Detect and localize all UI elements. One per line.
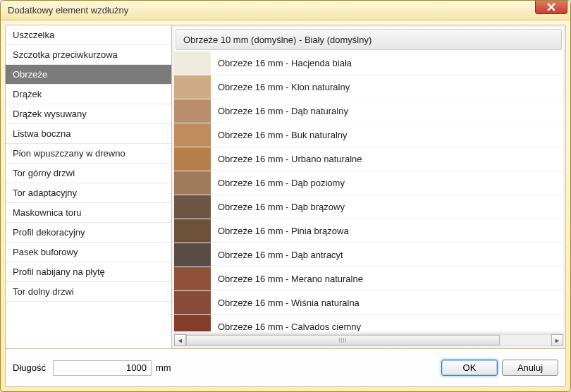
option-item[interactable]: Obrzeże 16 mm - Hacjenda biała <box>174 51 563 75</box>
horizontal-scrollbar[interactable]: ◄ ► <box>174 333 563 346</box>
close-icon <box>547 3 555 11</box>
option-item[interactable]: Obrzeże 16 mm - Wiśnia naturalna <box>174 291 563 315</box>
color-swatch <box>174 147 211 171</box>
category-list[interactable]: UszczelkaSzczotka przeciwkurzowaObrzeżeD… <box>6 25 172 348</box>
category-item[interactable]: Profil dekoracyjny <box>6 223 171 243</box>
category-item[interactable]: Tor górny drzwi <box>6 164 171 183</box>
color-swatch <box>174 123 211 147</box>
dialog-window: Dodatkowy element wzdłużny UszczelkaSzcz… <box>0 0 571 392</box>
color-swatch <box>174 243 211 267</box>
category-item[interactable]: Tor adaptacyjny <box>6 183 171 203</box>
option-item[interactable]: Obrzeże 16 mm - Dąb poziomy <box>174 171 563 195</box>
option-item[interactable]: Obrzeże 16 mm - Urbano naturalne <box>174 147 563 171</box>
option-label: Obrzeże 16 mm - Urbano naturalne <box>218 154 362 164</box>
color-swatch <box>174 171 211 195</box>
option-list[interactable]: Obrzeże 10 mm (domyślne) - Biały (domyśl… <box>174 27 563 331</box>
color-swatch <box>174 291 211 314</box>
scroll-track[interactable] <box>186 334 551 346</box>
option-label: Obrzeże 16 mm - Dąb poziomy <box>218 178 345 188</box>
scroll-right-arrow[interactable]: ► <box>551 334 563 346</box>
option-item[interactable]: Obrzeże 16 mm - Calvados ciemny <box>174 315 563 331</box>
color-swatch <box>174 315 211 331</box>
option-label: Obrzeże 16 mm - Wiśnia naturalna <box>218 298 360 308</box>
option-item[interactable]: Obrzeże 10 mm (domyślne) - Biały (domyśl… <box>176 29 562 50</box>
option-label: Obrzeże 16 mm - Hacjenda biała <box>218 58 352 68</box>
option-item[interactable]: Obrzeże 16 mm - Pinia brązowa <box>174 219 563 243</box>
option-item[interactable]: Obrzeże 16 mm - Dąb naturalny <box>174 99 563 123</box>
category-item[interactable]: Tor dolny drzwi <box>6 282 171 302</box>
option-label: Obrzeże 16 mm - Dąb brązowy <box>218 202 345 212</box>
titlebar[interactable]: Dodatkowy element wzdłużny <box>1 1 570 20</box>
length-unit: mm <box>156 362 171 373</box>
color-swatch <box>174 75 211 99</box>
option-label: Obrzeże 16 mm - Merano naturalne <box>218 274 363 284</box>
option-item[interactable]: Obrzeże 16 mm - Buk naturalny <box>174 123 563 147</box>
color-swatch <box>174 267 211 290</box>
option-label: Obrzeże 16 mm - Pinia brązowa <box>218 226 349 236</box>
ok-button[interactable]: OK <box>441 360 498 376</box>
category-item[interactable]: Pasek buforowy <box>6 243 171 262</box>
option-label: Obrzeże 16 mm - Buk naturalny <box>218 130 348 140</box>
cancel-button[interactable]: Anuluj <box>502 360 558 376</box>
option-label: Obrzeże 16 mm - Klon naturalny <box>218 82 350 92</box>
panes: UszczelkaSzczotka przeciwkurzowaObrzeżeD… <box>6 25 565 348</box>
option-item[interactable]: Obrzeże 16 mm - Klon naturalny <box>174 75 563 99</box>
scroll-thumb[interactable] <box>186 335 500 345</box>
option-item[interactable]: Obrzeże 16 mm - Merano naturalne <box>174 267 563 291</box>
option-label: Obrzeże 16 mm - Dąb naturalny <box>218 106 348 116</box>
category-item[interactable]: Pion wpuszczany w drewno <box>6 144 171 164</box>
scroll-left-arrow[interactable]: ◄ <box>174 334 186 346</box>
category-item[interactable]: Maskownica toru <box>6 203 171 223</box>
category-item[interactable]: Drążek wysuwany <box>6 104 171 124</box>
length-input[interactable] <box>53 360 152 376</box>
footer: Długość mm OK Anuluj <box>6 348 565 386</box>
category-item[interactable]: Szczotka przeciwkurzowa <box>6 45 171 65</box>
category-item[interactable]: Drążek <box>6 85 171 104</box>
window-title: Dodatkowy element wzdłużny <box>8 5 128 16</box>
option-label: Obrzeże 16 mm - Calvados ciemny <box>218 321 361 331</box>
option-item[interactable]: Obrzeże 16 mm - Dąb brązowy <box>174 195 563 219</box>
category-item[interactable]: Obrzeże <box>6 65 171 85</box>
color-swatch <box>174 195 211 219</box>
category-item[interactable]: Listwa boczna <box>6 124 171 144</box>
length-label: Długość <box>13 362 46 373</box>
color-swatch <box>174 51 211 75</box>
category-item[interactable]: Profil nabijany na płytę <box>6 262 171 282</box>
option-label: Obrzeże 10 mm (domyślne) - Biały (domyśl… <box>183 35 372 45</box>
category-item[interactable]: Uszczelka <box>6 25 171 45</box>
option-item[interactable]: Obrzeże 16 mm - Dąb antracyt <box>174 243 563 267</box>
content-area: UszczelkaSzczotka przeciwkurzowaObrzeżeD… <box>5 25 566 387</box>
color-swatch <box>174 99 211 123</box>
close-button[interactable] <box>535 0 567 14</box>
option-panel: Obrzeże 10 mm (domyślne) - Biały (domyśl… <box>172 25 565 348</box>
option-label: Obrzeże 16 mm - Dąb antracyt <box>218 250 343 260</box>
color-swatch <box>174 219 211 243</box>
